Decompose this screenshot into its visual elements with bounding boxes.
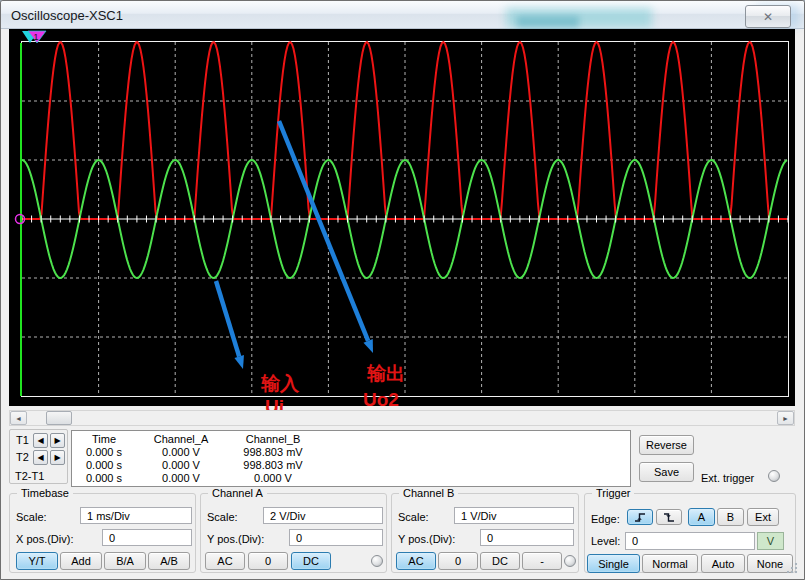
timebase-mode-yt-button[interactable]: Y/T bbox=[16, 552, 58, 570]
channel-b-ypos-label: Y pos.(Div): bbox=[398, 533, 455, 545]
close-button[interactable]: ✕ bbox=[745, 5, 791, 28]
save-button[interactable]: Save bbox=[639, 462, 694, 482]
channel-a-ypos-label: Y pos.(Div): bbox=[207, 533, 264, 545]
trigger-source-b-button[interactable]: B bbox=[717, 508, 744, 526]
t1-step-right-button[interactable]: ▶ bbox=[50, 433, 65, 448]
t2-time-value: 0.000 s bbox=[86, 459, 122, 472]
aero-glass-reflection bbox=[517, 16, 579, 28]
t2-channel-a-value: 0.000 V bbox=[162, 459, 200, 472]
trigger-single-button[interactable]: Single bbox=[587, 554, 640, 573]
t2-t1-label: T2-T1 bbox=[15, 470, 44, 482]
channel-a-group: Channel A Scale: Y pos.(Div): AC 0 DC bbox=[200, 493, 387, 573]
channel-b-dc-button[interactable]: DC bbox=[480, 552, 520, 570]
timebase-scale-label: Scale: bbox=[16, 511, 47, 523]
measurement-readout: Time Channel_A Channel_B 0.000 s 0.000 V… bbox=[71, 430, 631, 487]
t2-t1-channel-a-value: 0.000 V bbox=[162, 472, 200, 485]
resize-grip[interactable] bbox=[786, 562, 798, 574]
trigger-falling-edge-button[interactable] bbox=[656, 509, 682, 525]
svg-text:1: 1 bbox=[33, 32, 38, 42]
column-header-time: Time bbox=[92, 433, 116, 446]
t2-label: T2 bbox=[16, 451, 29, 463]
t1-step-left-button[interactable]: ◀ bbox=[33, 433, 48, 448]
trigger-level-unit-select[interactable]: V bbox=[757, 532, 784, 550]
trigger-auto-button[interactable]: Auto bbox=[701, 554, 745, 573]
t1-time-value: 0.000 s bbox=[86, 446, 122, 459]
waveform-canvas[interactable]: 1输入Ui输出Uo2 bbox=[9, 29, 795, 406]
channel-a-ac-button[interactable]: AC bbox=[205, 552, 245, 570]
timebase-mode-ab-button[interactable]: A/B bbox=[148, 552, 190, 570]
oscilloscope-display[interactable]: 1输入Ui输出Uo2 bbox=[9, 29, 795, 406]
timebase-title: Timebase bbox=[17, 487, 73, 499]
channel-b-ac-button[interactable]: AC bbox=[396, 552, 436, 570]
timebase-group: Timebase Scale: X pos.(Div): Y/T Add B/A… bbox=[9, 493, 196, 573]
channel-a-ypos-input[interactable] bbox=[289, 529, 383, 546]
oscilloscope-window: Oscilloscope-XSC1 ✕ 1输入Ui输出Uo2 ◄ ► T1 ◀ … bbox=[0, 0, 805, 580]
trigger-group: Trigger Edge: A B Ext Level: V Single No… bbox=[584, 493, 796, 573]
channel-b-group: Channel B Scale: Y pos.(Div): AC 0 DC - bbox=[391, 493, 579, 573]
trigger-level-input[interactable] bbox=[625, 532, 755, 550]
channel-b-connector[interactable] bbox=[564, 555, 576, 567]
t2-step-right-button[interactable]: ▶ bbox=[50, 450, 65, 465]
t2-t1-channel-b-value: 0.000 V bbox=[254, 472, 292, 485]
scroll-left-icon: ◄ bbox=[15, 415, 22, 422]
t2-step-left-button[interactable]: ◀ bbox=[33, 450, 48, 465]
timebase-mode-add-button[interactable]: Add bbox=[60, 552, 102, 570]
svg-text:输出: 输出 bbox=[366, 363, 405, 384]
trigger-source-ext-button[interactable]: Ext bbox=[747, 508, 779, 526]
channel-a-connector[interactable] bbox=[371, 555, 383, 567]
ext-trigger-label: Ext. trigger bbox=[701, 472, 754, 484]
timebase-scale-input[interactable] bbox=[80, 507, 192, 524]
channel-b-scale-input[interactable] bbox=[454, 507, 574, 524]
channel-b-title: Channel B bbox=[399, 487, 458, 499]
t2-channel-b-value: 998.803 mV bbox=[243, 459, 302, 472]
t1-label: T1 bbox=[16, 434, 29, 446]
close-icon: ✕ bbox=[763, 10, 773, 24]
t2-t1-time-value: 0.000 s bbox=[86, 472, 122, 485]
scroll-left-button[interactable]: ◄ bbox=[10, 411, 27, 425]
ext-trigger-connector[interactable] bbox=[768, 470, 780, 482]
title-bar[interactable]: Oscilloscope-XSC1 ✕ bbox=[1, 1, 804, 29]
scrollbar-thumb[interactable] bbox=[46, 411, 72, 425]
reverse-button[interactable]: Reverse bbox=[639, 435, 694, 455]
trigger-normal-button[interactable]: Normal bbox=[642, 554, 698, 573]
scroll-right-button[interactable]: ► bbox=[777, 411, 794, 425]
trigger-level-label: Level: bbox=[591, 535, 620, 547]
trigger-title: Trigger bbox=[592, 487, 634, 499]
trigger-rising-edge-button[interactable] bbox=[627, 509, 653, 525]
channel-a-scale-label: Scale: bbox=[207, 511, 238, 523]
step-right-icon: ▶ bbox=[54, 436, 60, 445]
step-right-icon: ▶ bbox=[54, 453, 60, 462]
column-header-channel-b: Channel_B bbox=[246, 433, 300, 446]
channel-b-zero-button[interactable]: 0 bbox=[438, 552, 478, 570]
scroll-right-icon: ► bbox=[782, 415, 789, 422]
column-header-channel-a: Channel_A bbox=[154, 433, 208, 446]
trigger-edge-label: Edge: bbox=[591, 513, 620, 525]
channel-a-dc-button[interactable]: DC bbox=[291, 552, 331, 570]
trigger-source-a-button[interactable]: A bbox=[688, 508, 715, 526]
cursor-selector-box: T1 ◀ ▶ T2 ◀ ▶ T2-T1 bbox=[9, 429, 68, 484]
horizontal-scrollbar[interactable]: ◄ ► bbox=[9, 410, 795, 426]
channel-b-scale-label: Scale: bbox=[398, 511, 429, 523]
timebase-xpos-input[interactable] bbox=[102, 529, 192, 546]
channel-b-minus-button[interactable]: - bbox=[522, 552, 562, 570]
channel-b-ypos-input[interactable] bbox=[480, 529, 574, 546]
step-left-icon: ◀ bbox=[37, 453, 43, 462]
window-title: Oscilloscope-XSC1 bbox=[11, 8, 123, 23]
step-left-icon: ◀ bbox=[37, 436, 43, 445]
channel-a-zero-button[interactable]: 0 bbox=[248, 552, 288, 570]
rising-edge-icon bbox=[633, 511, 647, 523]
channel-a-title: Channel A bbox=[208, 487, 267, 499]
t1-channel-a-value: 0.000 V bbox=[162, 446, 200, 459]
timebase-mode-ba-button[interactable]: B/A bbox=[104, 552, 146, 570]
timebase-xpos-label: X pos.(Div): bbox=[16, 533, 73, 545]
svg-text:Uo2: Uo2 bbox=[363, 389, 399, 410]
falling-edge-icon bbox=[662, 511, 676, 523]
svg-text:输入: 输入 bbox=[260, 373, 300, 394]
channel-a-scale-input[interactable] bbox=[263, 507, 383, 524]
t1-channel-b-value: 998.803 mV bbox=[243, 446, 302, 459]
